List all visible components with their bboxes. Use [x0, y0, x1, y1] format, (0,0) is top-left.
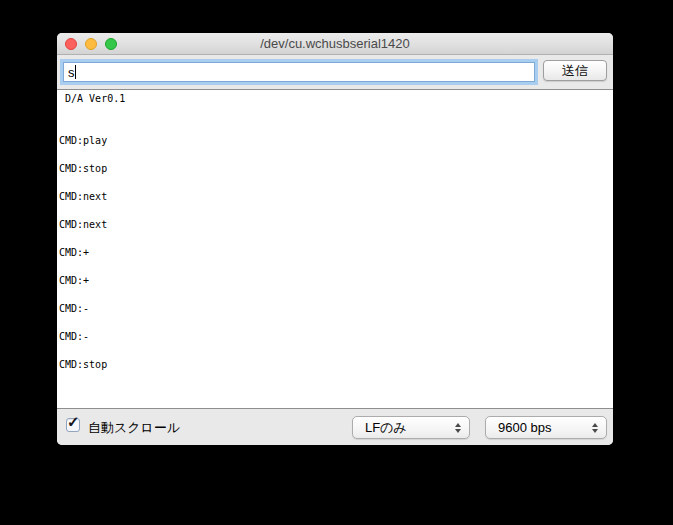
status-bar: ✓ 自動スクロール LFのみ 9600 bps	[57, 410, 613, 445]
terminal-line: CMD:next	[59, 218, 611, 232]
autoscroll-label: 自動スクロール	[88, 410, 180, 445]
terminal-line	[59, 120, 611, 134]
terminal-line	[59, 204, 611, 218]
terminal-line	[59, 344, 611, 358]
title-bar[interactable]: /dev/cu.wchusbserial1420	[57, 33, 613, 55]
terminal-line: CMD:-	[59, 330, 611, 344]
terminal-line: CMD:play	[59, 134, 611, 148]
terminal-line: CMD:stop	[59, 358, 611, 372]
chevron-up-down-icon	[455, 423, 461, 433]
traffic-lights	[65, 33, 117, 55]
baud-rate-value: 9600 bps	[498, 420, 586, 435]
window-title: /dev/cu.wchusbserial1420	[260, 36, 410, 51]
terminal-line: CMD:+	[59, 246, 611, 260]
chevron-up-down-icon	[592, 423, 598, 433]
line-ending-dropdown[interactable]: LFのみ	[352, 416, 470, 439]
serial-send-input[interactable]	[63, 62, 535, 82]
terminal-line	[59, 316, 611, 330]
terminal-line: CMD:-	[59, 302, 611, 316]
line-ending-value: LFのみ	[365, 419, 449, 437]
close-window-icon[interactable]	[65, 38, 77, 50]
serial-monitor-window: /dev/cu.wchusbserial1420 送信 D/A Ver0.1CM…	[57, 33, 613, 445]
terminal-line	[59, 232, 611, 246]
terminal-line	[59, 260, 611, 274]
minimize-window-icon[interactable]	[85, 38, 97, 50]
terminal-line: CMD:next	[59, 190, 611, 204]
terminal-line: CMD:+	[59, 274, 611, 288]
terminal-line: D/A Ver0.1	[59, 92, 611, 106]
autoscroll-checkbox[interactable]: ✓	[66, 418, 80, 432]
terminal-line	[59, 288, 611, 302]
text-caret	[75, 65, 76, 79]
terminal-line	[59, 106, 611, 120]
terminal-line	[59, 176, 611, 190]
terminal-line: CMD:stop	[59, 162, 611, 176]
zoom-window-icon[interactable]	[105, 38, 117, 50]
terminal-line	[59, 148, 611, 162]
baud-rate-dropdown[interactable]: 9600 bps	[485, 416, 607, 439]
send-toolbar: 送信	[57, 55, 613, 89]
send-button[interactable]: 送信	[543, 60, 607, 81]
serial-output-area[interactable]: D/A Ver0.1CMD:playCMD:stopCMD:nextCMD:ne…	[57, 89, 613, 409]
checkmark-icon: ✓	[67, 414, 80, 429]
